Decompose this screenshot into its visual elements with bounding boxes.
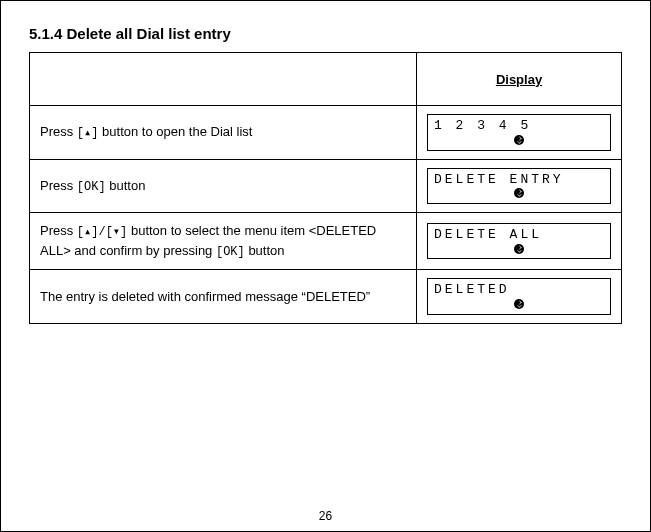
text: Press bbox=[40, 223, 77, 238]
key-ok: [OK] bbox=[77, 180, 106, 194]
display-cell: DELETE ALL bbox=[417, 213, 622, 270]
page-frame: 5.1.4 Delete all Dial list entry Display… bbox=[0, 0, 651, 532]
text: Press bbox=[40, 178, 77, 193]
table-row: The entry is deleted with confirmed mess… bbox=[30, 270, 622, 324]
key-updown: [▴]/[▾] bbox=[77, 225, 127, 239]
text: button bbox=[106, 178, 146, 193]
lcd-screen: DELETED bbox=[427, 278, 611, 315]
bluetooth-icon bbox=[514, 299, 524, 309]
lcd-line1: DELETE ALL bbox=[434, 228, 604, 242]
display-cell: DELETE ENTRY bbox=[417, 159, 622, 213]
instruction-cell: Press [OK] button bbox=[30, 159, 417, 213]
header-blank bbox=[30, 53, 417, 106]
bluetooth-icon bbox=[514, 244, 524, 254]
table-header-row: Display bbox=[30, 53, 622, 106]
display-cell: 1 2 3 4 5 bbox=[417, 106, 622, 160]
lcd-line2 bbox=[434, 242, 604, 256]
key-ok: [OK] bbox=[216, 245, 245, 259]
table-row: Press [▴]/[▾] button to select the menu … bbox=[30, 213, 622, 270]
table-row: Press [▴] button to open the Dial list 1… bbox=[30, 106, 622, 160]
section-heading: 5.1.4 Delete all Dial list entry bbox=[29, 25, 622, 42]
text: Press bbox=[40, 124, 77, 139]
lcd-line1: DELETE ENTRY bbox=[434, 173, 604, 187]
lcd-screen: 1 2 3 4 5 bbox=[427, 114, 611, 151]
lcd-line2 bbox=[434, 297, 604, 311]
text: button to open the Dial list bbox=[98, 124, 252, 139]
instruction-cell: Press [▴] button to open the Dial list bbox=[30, 106, 417, 160]
instruction-cell: The entry is deleted with confirmed mess… bbox=[30, 270, 417, 324]
display-cell: DELETED bbox=[417, 270, 622, 324]
bluetooth-icon bbox=[514, 188, 524, 198]
lcd-screen: DELETE ENTRY bbox=[427, 168, 611, 205]
lcd-line2 bbox=[434, 133, 604, 147]
table-row: Press [OK] button DELETE ENTRY bbox=[30, 159, 622, 213]
lcd-line1: DELETED bbox=[434, 283, 604, 297]
bluetooth-icon bbox=[514, 135, 524, 145]
text: The entry is deleted with confirmed mess… bbox=[40, 289, 370, 304]
page-number: 26 bbox=[1, 509, 650, 523]
lcd-line2 bbox=[434, 187, 604, 201]
header-display: Display bbox=[417, 53, 622, 106]
instruction-cell: Press [▴]/[▾] button to select the menu … bbox=[30, 213, 417, 270]
key-up: [▴] bbox=[77, 126, 99, 140]
lcd-screen: DELETE ALL bbox=[427, 223, 611, 260]
lcd-line1: 1 2 3 4 5 bbox=[434, 119, 604, 133]
instruction-table: Display Press [▴] button to open the Dia… bbox=[29, 52, 622, 324]
text: button bbox=[245, 243, 285, 258]
